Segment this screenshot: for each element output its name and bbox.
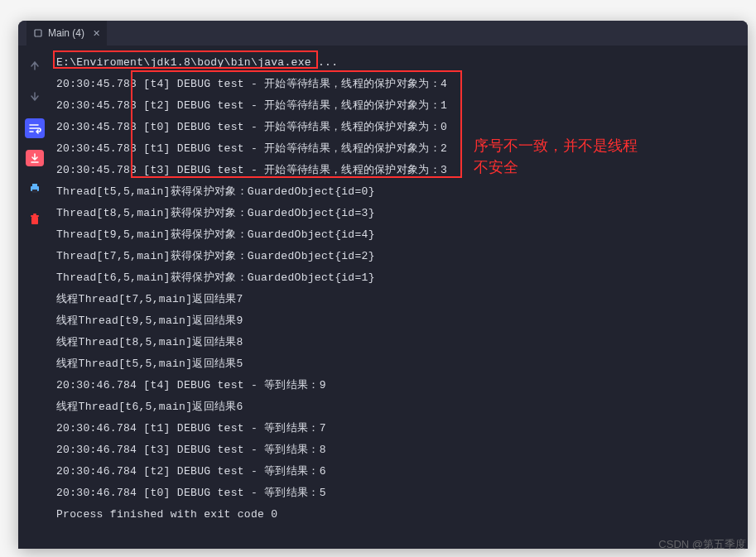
tab-main[interactable]: Main (4) ✕	[26, 21, 107, 46]
scroll-to-end-icon[interactable]	[26, 150, 44, 166]
console-line: 20:30:46.784 [t3] DEBUG test - 等到结果：8	[56, 439, 743, 461]
gutter	[18, 46, 51, 549]
console-line: Thread[t9,5,main]获得保护对象：GuardedObject{id…	[56, 224, 743, 246]
console-line: 20:30:45.783 [t4] DEBUG test - 开始等待结果，线程…	[56, 74, 743, 95]
ide-window: Main (4) ✕ E:\Enviroment	[18, 21, 748, 549]
run-icon	[33, 28, 43, 38]
tab-label: Main (4)	[48, 27, 84, 39]
console-line: 20:30:45.783 [t1] DEBUG test - 开始等待结果，线程…	[56, 138, 743, 160]
soft-wrap-icon[interactable]	[25, 118, 45, 138]
console-line: Thread[t6,5,main]获得保护对象：GuardedObject{id…	[56, 267, 743, 289]
print-icon[interactable]	[25, 178, 45, 198]
console-line: Process finished with exit code 0	[56, 504, 743, 526]
svg-rect-2	[32, 184, 37, 186]
console-line: 线程Thread[t6,5,main]返回结果6	[56, 396, 743, 418]
console-line: Thread[t7,5,main]获得保护对象：GuardedObject{id…	[56, 246, 743, 267]
console-output[interactable]: E:\Enviroment\jdk1.8\body\bin\java.exe .…	[51, 46, 748, 549]
console-line: 20:30:46.784 [t2] DEBUG test - 等到结果：6	[56, 461, 743, 483]
console-line: Thread[t8,5,main]获得保护对象：GuardedObject{id…	[56, 203, 743, 224]
svg-rect-0	[35, 30, 41, 36]
trash-icon[interactable]	[25, 209, 45, 229]
svg-rect-6	[33, 214, 36, 215]
close-icon[interactable]: ✕	[89, 28, 100, 39]
console-line: 20:30:45.783 [t0] DEBUG test - 开始等待结果，线程…	[56, 117, 743, 138]
console-line: 20:30:45.783 [t3] DEBUG test - 开始等待结果，线程…	[56, 160, 743, 181]
console-line: 线程Thread[t9,5,main]返回结果9	[56, 310, 743, 332]
console-line: Thread[t5,5,main]获得保护对象：GuardedObject{id…	[56, 181, 743, 203]
console-line: E:\Enviroment\jdk1.8\body\bin\java.exe .…	[56, 52, 743, 74]
console-line: 线程Thread[t5,5,main]返回结果5	[56, 353, 743, 375]
svg-rect-4	[31, 217, 38, 224]
console-line: 20:30:46.784 [t1] DEBUG test - 等到结果：7	[56, 418, 743, 439]
console-line: 20:30:46.784 [t4] DEBUG test - 等到结果：9	[56, 375, 743, 396]
arrow-up-icon[interactable]	[25, 55, 45, 75]
console-line: 20:30:45.783 [t2] DEBUG test - 开始等待结果，线程…	[56, 95, 743, 117]
svg-rect-3	[32, 190, 37, 193]
main-panel: E:\Enviroment\jdk1.8\body\bin\java.exe .…	[18, 46, 748, 549]
console-line: 20:30:46.784 [t0] DEBUG test - 等到结果：5	[56, 483, 743, 504]
console-line: 线程Thread[t7,5,main]返回结果7	[56, 289, 743, 310]
tab-bar: Main (4) ✕	[18, 21, 748, 46]
arrow-down-icon[interactable]	[25, 87, 45, 107]
console-line: 线程Thread[t8,5,main]返回结果8	[56, 332, 743, 353]
svg-rect-5	[31, 215, 39, 217]
